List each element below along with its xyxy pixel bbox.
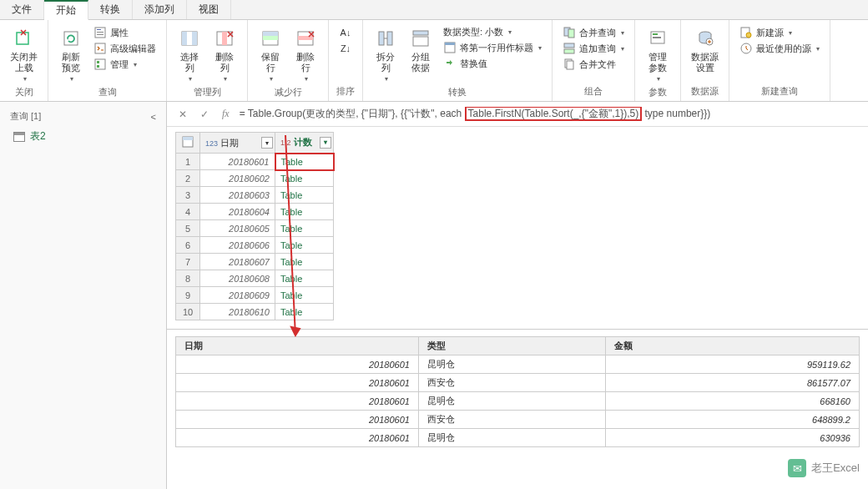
preview-row[interactable]: 20180601西安仓648899.2 xyxy=(176,411,860,429)
svg-rect-0 xyxy=(17,33,28,44)
row-number[interactable]: 5 xyxy=(176,220,200,237)
preview-cell[interactable]: 959119.62 xyxy=(606,355,860,374)
remove-rows-button[interactable]: 删除 行▾ xyxy=(290,25,321,84)
keep-rows-icon xyxy=(259,27,282,50)
tab-home[interactable]: 开始 xyxy=(44,0,88,20)
svg-rect-34 xyxy=(653,33,658,35)
svg-rect-22 xyxy=(387,32,392,45)
query-item[interactable]: 表2 xyxy=(5,126,161,147)
manage-params-button[interactable]: 管理 参数▾ xyxy=(642,25,674,84)
svg-rect-6 xyxy=(95,43,105,53)
preview-cell[interactable]: 昆明仓 xyxy=(418,392,606,411)
preview-cell[interactable]: 630936 xyxy=(606,429,860,447)
svg-rect-18 xyxy=(263,36,278,40)
manage-button[interactable]: 管理▾ xyxy=(90,57,159,72)
row-number[interactable]: 9 xyxy=(176,287,200,304)
advanced-editor-button[interactable]: 高级编辑器 xyxy=(90,41,159,56)
preview-cell[interactable]: 20180601 xyxy=(176,429,419,447)
svg-rect-9 xyxy=(97,65,99,68)
tab-view[interactable]: 视图 xyxy=(187,0,231,19)
choose-columns-button[interactable]: 选择 列▾ xyxy=(174,25,205,84)
row-number[interactable]: 8 xyxy=(176,270,200,287)
svg-rect-20 xyxy=(298,36,313,40)
replace-values-button[interactable]: 替换值 xyxy=(440,56,545,71)
tab-file[interactable]: 文件 xyxy=(0,0,44,19)
fx-icon[interactable]: fx xyxy=(219,108,233,120)
recent-sources-button[interactable]: 最近使用的源▾ xyxy=(736,41,823,56)
sort-asc-icon: A↓ xyxy=(339,26,352,39)
svg-rect-5 xyxy=(97,34,103,35)
properties-icon xyxy=(93,26,107,39)
filter-dropdown-icon[interactable]: ▾ xyxy=(320,137,331,149)
preview-cell[interactable]: 648899.2 xyxy=(606,411,860,429)
tab-transform[interactable]: 转换 xyxy=(88,0,133,19)
split-column-button[interactable]: 拆分 列▾ xyxy=(370,25,401,84)
merge-queries-button[interactable]: 合并查询▾ xyxy=(559,25,628,40)
data-source-icon xyxy=(694,27,717,50)
keep-rows-button[interactable]: 保留 行▾ xyxy=(255,25,286,84)
row-number[interactable]: 6 xyxy=(176,237,200,254)
data-type-button[interactable]: 数据类型: 小数▾ xyxy=(440,25,545,39)
svg-rect-30 xyxy=(564,49,574,53)
preview-row[interactable]: 20180601西安仓861577.07 xyxy=(176,374,860,392)
svg-rect-15 xyxy=(222,32,227,45)
confirm-formula-icon[interactable]: ✓ xyxy=(197,108,212,120)
refresh-preview-button[interactable]: 刷新 预览 ▾ xyxy=(55,25,87,84)
row-number[interactable]: 4 xyxy=(176,204,200,220)
close-load-button[interactable]: 关闭并 上载 ▾ xyxy=(7,25,41,84)
manage-icon xyxy=(93,58,107,71)
collapse-panel-icon[interactable]: < xyxy=(151,112,156,122)
row-number[interactable]: 10 xyxy=(176,304,200,320)
merge-icon xyxy=(563,26,576,39)
preview-grid[interactable]: 日期类型金额 20180601昆明仓959119.6220180601西安仓86… xyxy=(175,336,860,447)
replace-icon xyxy=(443,57,457,70)
preview-cell[interactable]: 昆明仓 xyxy=(418,429,606,447)
recent-icon xyxy=(739,42,753,55)
preview-cell[interactable]: 861577.07 xyxy=(606,374,860,392)
combine-files-button[interactable]: 合并文件 xyxy=(559,57,628,72)
combine-files-icon xyxy=(563,58,576,71)
row-number[interactable]: 3 xyxy=(176,187,200,204)
remove-columns-button[interactable]: 删除 列▾ xyxy=(209,25,240,84)
preview-row[interactable]: 20180601昆明仓668160 xyxy=(176,392,860,411)
svg-rect-13 xyxy=(192,32,197,45)
preview-cell[interactable]: 昆明仓 xyxy=(418,355,606,374)
new-source-button[interactable]: 新建源▾ xyxy=(736,25,823,40)
row-number[interactable]: 7 xyxy=(176,254,200,270)
preview-header[interactable]: 金额 xyxy=(606,337,860,355)
preview-header[interactable]: 类型 xyxy=(418,337,606,355)
preview-cell[interactable]: 西安仓 xyxy=(418,411,606,429)
select-all-button[interactable] xyxy=(176,133,200,154)
svg-rect-12 xyxy=(187,32,192,45)
groupby-icon xyxy=(409,27,432,50)
preview-cell[interactable]: 20180601 xyxy=(176,411,419,429)
preview-cell[interactable]: 20180601 xyxy=(176,355,419,374)
cancel-formula-icon[interactable]: ✕ xyxy=(175,108,190,120)
preview-cell[interactable]: 668160 xyxy=(606,392,860,411)
headers-icon xyxy=(443,41,457,54)
preview-row[interactable]: 20180601昆明仓630936 xyxy=(176,429,860,447)
row-number[interactable]: 2 xyxy=(176,170,200,187)
sort-desc-button[interactable]: Z↓ xyxy=(336,41,356,56)
group-by-button[interactable]: 分组 依据 xyxy=(405,25,437,75)
properties-button[interactable]: 属性 xyxy=(90,25,159,40)
ribbon: 关闭并 上载 ▾ 关闭 刷新 预览 ▾ 属性 高级编辑器 管理▾ 查询 选择 xyxy=(0,20,868,102)
row-number[interactable]: 1 xyxy=(176,154,200,170)
preview-row[interactable]: 20180601昆明仓959119.62 xyxy=(176,355,860,374)
preview-cell[interactable]: 西安仓 xyxy=(418,374,606,392)
preview-cell[interactable]: 20180601 xyxy=(176,392,419,411)
first-row-headers-button[interactable]: 将第一行用作标题▾ xyxy=(440,40,545,55)
svg-rect-1 xyxy=(64,32,78,45)
formula-input[interactable]: = Table.Group(更改的类型, {"日期"}, {{"计数", eac… xyxy=(240,107,860,121)
new-source-icon xyxy=(739,26,753,39)
dropdown-arrow-icon: ▾ xyxy=(23,75,27,83)
preview-cell[interactable]: 20180601 xyxy=(176,374,419,392)
queries-header: 查询 [1] xyxy=(10,110,41,123)
queries-panel: 查询 [1] < 表2 xyxy=(0,102,167,489)
menu-tabs: 文件 开始 转换 添加列 视图 xyxy=(0,0,868,20)
tab-addcolumn[interactable]: 添加列 xyxy=(133,0,187,19)
svg-rect-4 xyxy=(97,32,103,33)
data-source-settings-button[interactable]: 数据源 设置 xyxy=(688,25,722,75)
append-queries-button[interactable]: 追加查询▾ xyxy=(559,41,628,56)
sort-asc-button[interactable]: A↓ xyxy=(336,25,356,40)
